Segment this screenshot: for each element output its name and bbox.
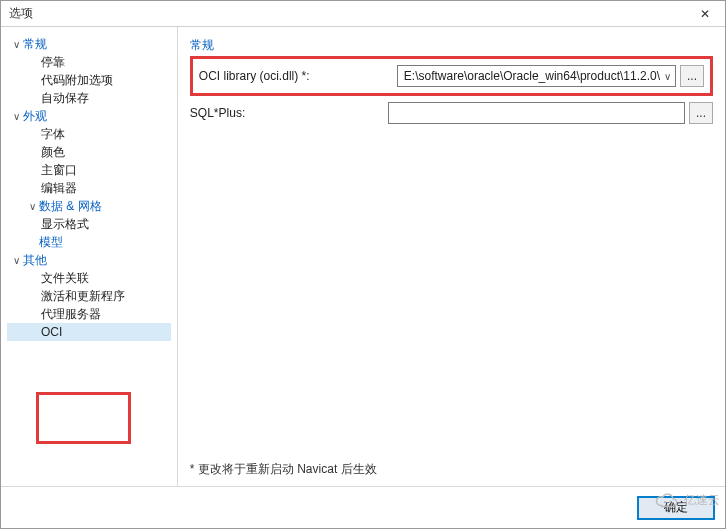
- oci-library-label: OCI library (oci.dll) *:: [199, 69, 397, 83]
- tree-label: 颜色: [41, 144, 65, 161]
- tree-item-fileassoc[interactable]: 文件关联: [7, 269, 171, 287]
- tree-label: 外观: [23, 108, 47, 125]
- tree-label: 编辑器: [41, 180, 77, 197]
- tree-item-oci[interactable]: OCI: [7, 323, 171, 341]
- oci-library-combo[interactable]: E:\software\oracle\Oracle_win64\product\…: [397, 65, 676, 87]
- oci-browse-button[interactable]: ...: [680, 65, 704, 87]
- tree-label: 激活和更新程序: [41, 288, 125, 305]
- tree-item-font[interactable]: 字体: [7, 125, 171, 143]
- sidebar-tree: ∨ 常规 停靠 代码附加选项 自动保存 ∨ 外观 字体 颜色: [1, 27, 178, 486]
- options-dialog: 选项 ✕ ∨ 常规 停靠 代码附加选项 自动保存 ∨ 外观: [0, 0, 726, 529]
- tree-label: 其他: [23, 252, 47, 269]
- tree-label: 代码附加选项: [41, 72, 113, 89]
- tree-label: 代理服务器: [41, 306, 101, 323]
- ellipsis-icon: ...: [696, 106, 706, 120]
- tree-item-color[interactable]: 颜色: [7, 143, 171, 161]
- sqlplus-field: ...: [388, 102, 713, 124]
- tree-item-editor[interactable]: 编辑器: [7, 179, 171, 197]
- window-title: 选项: [1, 5, 33, 22]
- chevron-down-icon[interactable]: ∨: [9, 39, 23, 50]
- tree-item-model[interactable]: ∨ 模型: [7, 233, 171, 251]
- sqlplus-label: SQL*Plus:: [190, 106, 388, 120]
- sqlplus-input[interactable]: [388, 102, 685, 124]
- tree-label: 停靠: [41, 54, 65, 71]
- chevron-down-icon[interactable]: ∨: [9, 111, 23, 122]
- oci-library-value: E:\software\oracle\Oracle_win64\product\…: [404, 69, 660, 83]
- watermark: 亿速云: [654, 491, 720, 509]
- dialog-footer: 确定: [1, 486, 725, 528]
- chevron-down-icon[interactable]: ∨: [9, 255, 23, 266]
- tree-item-activation[interactable]: 激活和更新程序: [7, 287, 171, 305]
- section-title: 常规: [190, 37, 713, 54]
- tree-label: 自动保存: [41, 90, 89, 107]
- tree-label: 字体: [41, 126, 65, 143]
- close-button[interactable]: ✕: [685, 1, 725, 26]
- close-icon: ✕: [700, 7, 710, 21]
- watermark-text: 亿速云: [684, 492, 720, 509]
- oci-row-highlight: OCI library (oci.dll) *: E:\software\ora…: [190, 56, 713, 96]
- main-panel: 常规 OCI library (oci.dll) *: E:\software\…: [178, 27, 725, 486]
- tree-item-other[interactable]: ∨ 其他: [7, 251, 171, 269]
- chevron-down-icon: ∨: [664, 71, 671, 82]
- tree-item-mainwin[interactable]: 主窗口: [7, 161, 171, 179]
- tree-item-autosave[interactable]: 自动保存: [7, 89, 171, 107]
- svg-point-0: [664, 501, 666, 503]
- cloud-icon: [654, 491, 680, 509]
- tree-item-dock[interactable]: 停靠: [7, 53, 171, 71]
- tree-label: 常规: [23, 36, 47, 53]
- svg-point-1: [669, 501, 671, 503]
- tree-item-appearance[interactable]: ∨ 外观: [7, 107, 171, 125]
- oci-library-field: E:\software\oracle\Oracle_win64\product\…: [397, 65, 704, 87]
- tree-item-codeaddon[interactable]: 代码附加选项: [7, 71, 171, 89]
- titlebar: 选项 ✕: [1, 1, 725, 27]
- tree-item-general[interactable]: ∨ 常规: [7, 35, 171, 53]
- restart-note: * 更改将于重新启动 Navicat 后生效: [190, 451, 713, 478]
- tree-item-proxy[interactable]: 代理服务器: [7, 305, 171, 323]
- chevron-down-icon[interactable]: ∨: [25, 201, 39, 212]
- tree-label: 数据 & 网格: [39, 198, 102, 215]
- tree-label: 模型: [39, 234, 63, 251]
- tree-item-displayfmt[interactable]: 显示格式: [7, 215, 171, 233]
- tree-label: 主窗口: [41, 162, 77, 179]
- form-row-oci: OCI library (oci.dll) *: E:\software\ora…: [199, 65, 704, 87]
- tree-item-datagrid[interactable]: ∨ 数据 & 网格: [7, 197, 171, 215]
- tree-label: OCI: [41, 325, 62, 339]
- form-row-sqlplus: SQL*Plus: ...: [190, 102, 713, 124]
- dialog-body: ∨ 常规 停靠 代码附加选项 自动保存 ∨ 外观 字体 颜色: [1, 27, 725, 486]
- tree-label: 文件关联: [41, 270, 89, 287]
- tree-label: 显示格式: [41, 216, 89, 233]
- ellipsis-icon: ...: [687, 69, 697, 83]
- sqlplus-browse-button[interactable]: ...: [689, 102, 713, 124]
